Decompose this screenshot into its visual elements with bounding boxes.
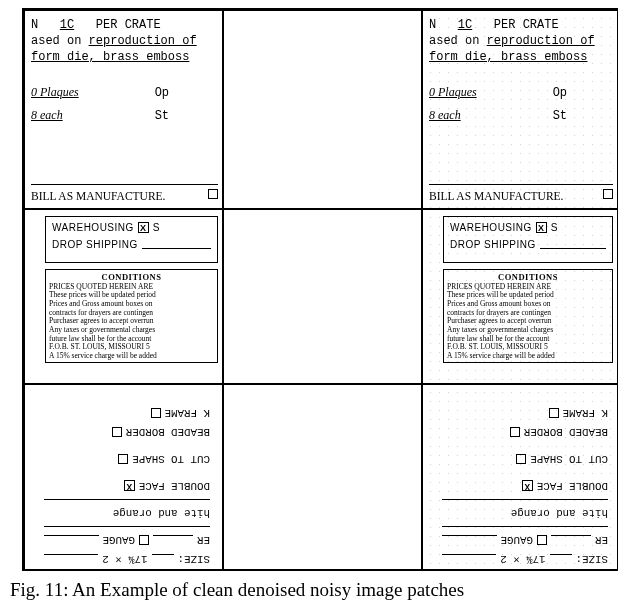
checkbox-icon — [208, 189, 218, 199]
checkbox-icon: X — [138, 222, 149, 233]
figure-caption: Fig. 11: An Example of clean denoised no… — [10, 579, 464, 601]
checkbox-icon — [139, 535, 149, 545]
patch-noisy-r2: WAREHOUSINGXS DROP SHIPPING CONDITIONS P… — [422, 209, 618, 384]
patch-denoised-r2 — [223, 209, 422, 384]
figure-grid: N 1C PER CRATE ased on reproduction of f… — [22, 8, 618, 571]
checkbox-icon — [549, 408, 559, 418]
checkbox-icon — [603, 189, 613, 199]
patch-clean-r1: N 1C PER CRATE ased on reproduction of f… — [24, 10, 223, 209]
patch-denoised-r1 — [223, 10, 422, 209]
checkbox-icon: X — [536, 222, 547, 233]
checkbox-icon — [151, 408, 161, 418]
checkbox-icon — [516, 454, 526, 464]
checkbox-icon: X — [522, 481, 533, 492]
patch-denoised-r3 — [223, 384, 422, 570]
checkbox-icon — [510, 427, 520, 437]
checkbox-icon — [118, 454, 128, 464]
checkbox-icon — [112, 427, 122, 437]
patch-clean-r3: SIZE:17¾ × 2 ER GAUGE hite and orange DO… — [24, 384, 223, 570]
checkbox-icon: X — [124, 481, 135, 492]
checkbox-icon — [537, 535, 547, 545]
patch-noisy-r3: SIZE:17¾ × 2 ER GAUGE hite and orange DO… — [422, 384, 618, 570]
patch-clean-r2: WAREHOUSINGXS DROP SHIPPING CONDITIONS P… — [24, 209, 223, 384]
patch-noisy-r1: N 1C PER CRATE ased on reproduction of f… — [422, 10, 618, 209]
